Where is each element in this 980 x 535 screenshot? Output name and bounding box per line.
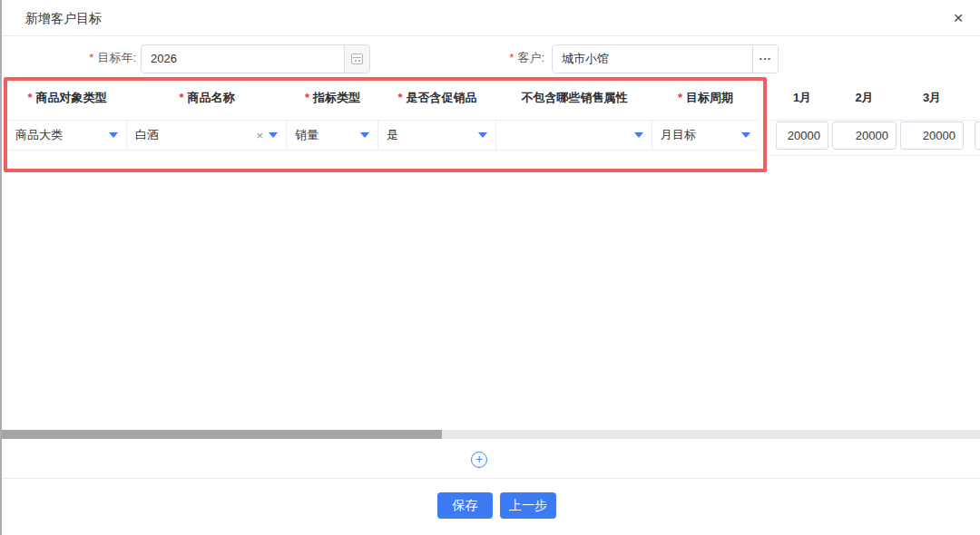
customer-label: *客户: — [445, 44, 544, 72]
required-asterisk: * — [89, 51, 93, 64]
column-header-month-1: 1月 — [776, 90, 828, 106]
column-header-month-2: 2月 — [832, 90, 897, 106]
previous-step-button[interactable]: 上一步 — [500, 492, 556, 519]
row-border — [770, 155, 980, 156]
table-row: 商品大类 白酒 × 销量 是 — [7, 120, 759, 151]
column-header-indicator-type: *指标类型 — [287, 90, 378, 106]
month-1-value-input[interactable]: 20000 — [776, 122, 828, 150]
calendar-icon — [351, 54, 363, 64]
column-header-month-3: 3月 — [900, 90, 964, 106]
target-period-select[interactable]: 月目标 — [652, 121, 759, 150]
product-type-select[interactable]: 商品大类 — [7, 121, 127, 150]
page-title: 新增客户目标 — [25, 0, 102, 36]
calendar-picker-button[interactable] — [344, 45, 369, 73]
column-header-product-type: *商品对象类型 — [7, 90, 127, 106]
save-button[interactable]: 保存 — [437, 492, 493, 519]
product-name-select[interactable]: 白酒 × — [127, 121, 287, 150]
plus-icon: + — [475, 452, 483, 466]
exclude-attrs-select[interactable] — [496, 121, 652, 150]
column-header-include-promo: *是否含促销品 — [378, 90, 496, 106]
column-header-exclude-attrs: 不包含哪些销售属性 — [496, 90, 652, 106]
add-row-button[interactable]: + — [471, 452, 487, 468]
chevron-down-icon — [109, 132, 118, 138]
dialog-header: 新增客户目标 × — [0, 0, 980, 36]
column-header-product-name: *商品名称 — [127, 90, 287, 106]
include-promo-select[interactable]: 是 — [378, 121, 496, 150]
customer-value[interactable]: 城市小馆 — [553, 45, 752, 73]
month-2-value-input[interactable]: 20000 — [832, 122, 897, 150]
row-border — [770, 120, 980, 121]
chevron-down-icon — [360, 132, 369, 138]
required-asterisk: * — [509, 51, 514, 64]
chevron-down-icon — [269, 132, 278, 138]
target-table: *商品对象类型 *商品名称 *指标类型 *是否含促销品 不包含哪些销售属性 *目… — [0, 77, 980, 430]
column-header-target-period: *目标周期 — [652, 90, 759, 106]
target-year-label: *目标年: — [27, 44, 136, 72]
target-year-field[interactable]: 2026 — [141, 44, 370, 73]
dialog-left-edge — [0, 0, 2, 535]
add-row-section: + — [0, 439, 980, 479]
chevron-down-icon — [478, 132, 487, 138]
month-4-value-input-partial[interactable] — [975, 122, 980, 150]
chevron-down-icon — [634, 132, 643, 138]
indicator-type-select[interactable]: 销量 — [287, 121, 378, 150]
target-year-value[interactable]: 2026 — [142, 45, 344, 73]
customer-lookup-button[interactable]: ... — [752, 45, 778, 73]
add-customer-target-dialog: 新增客户目标 × *目标年: 2026 *客户: 城市小馆 ... *商品对象类… — [0, 0, 980, 535]
horizontal-scrollbar-track[interactable] — [0, 430, 980, 439]
horizontal-scrollbar-thumb[interactable] — [0, 430, 442, 439]
chevron-down-icon — [741, 132, 750, 138]
clear-icon[interactable]: × — [256, 130, 263, 141]
month-3-value-input[interactable]: 20000 — [900, 122, 964, 150]
close-icon[interactable]: × — [948, 8, 968, 28]
customer-field[interactable]: 城市小馆 ... — [552, 44, 779, 73]
